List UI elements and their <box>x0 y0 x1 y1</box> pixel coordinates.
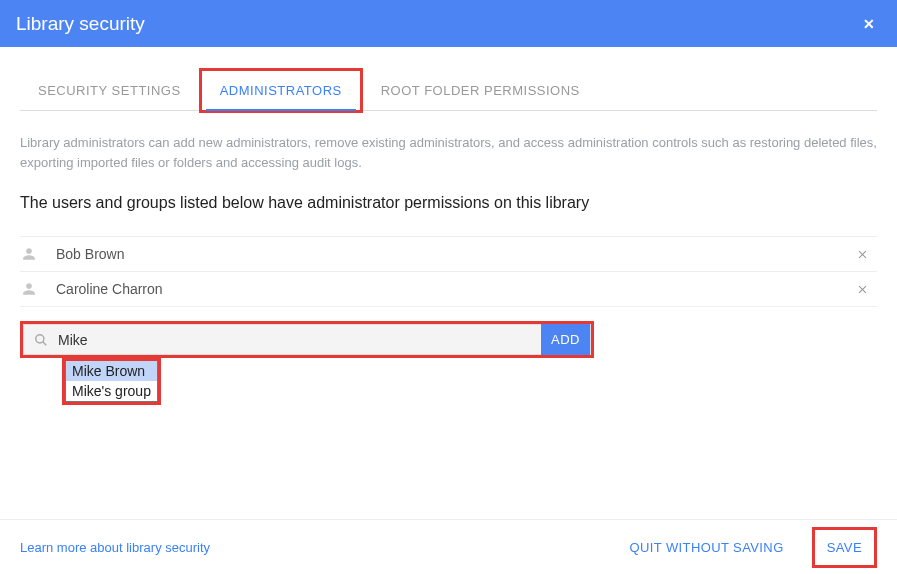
add-button[interactable]: ADD <box>541 324 590 355</box>
modal-title: Library security <box>16 13 145 35</box>
save-highlight: SAVE <box>812 527 877 568</box>
save-button[interactable]: SAVE <box>815 530 874 565</box>
admin-row: Caroline Charron <box>20 272 877 307</box>
admin-name: Caroline Charron <box>56 281 848 297</box>
admin-row: Bob Brown <box>20 237 877 272</box>
modal-content: SECURITY SETTINGS ADMINISTRATORS ROOT FO… <box>0 71 897 358</box>
autocomplete-dropdown: Mike Brown Mike's group <box>62 358 161 405</box>
svg-point-0 <box>36 334 44 342</box>
tab-bar: SECURITY SETTINGS ADMINISTRATORS ROOT FO… <box>20 71 877 111</box>
user-icon <box>22 247 36 261</box>
autocomplete-item[interactable]: Mike's group <box>66 381 157 401</box>
add-admin-row: ADD <box>23 324 591 355</box>
autocomplete-inner: Mike Brown Mike's group <box>65 361 158 402</box>
tab-security-settings[interactable]: SECURITY SETTINGS <box>20 71 199 110</box>
learn-more-link[interactable]: Learn more about library security <box>20 540 210 555</box>
admin-list: Bob Brown Caroline Charron <box>20 236 877 307</box>
close-icon[interactable]: ✕ <box>857 10 881 38</box>
modal-footer: Learn more about library security QUIT W… <box>0 519 897 574</box>
search-icon <box>34 333 48 347</box>
remove-admin-icon[interactable] <box>848 244 877 265</box>
tab-description: Library administrators can add new admin… <box>20 133 877 172</box>
user-icon <box>22 282 36 296</box>
svg-line-1 <box>43 341 47 345</box>
admin-list-heading: The users and groups listed below have a… <box>20 194 877 212</box>
quit-without-saving-button[interactable]: QUIT WITHOUT SAVING <box>625 530 787 565</box>
add-admin-section: ADD Mike Brown Mike's group <box>20 321 594 358</box>
autocomplete-item[interactable]: Mike Brown <box>66 361 157 381</box>
admin-search-input[interactable] <box>58 325 541 354</box>
admin-name: Bob Brown <box>56 246 848 262</box>
remove-admin-icon[interactable] <box>848 279 877 300</box>
tab-root-folder-permissions[interactable]: ROOT FOLDER PERMISSIONS <box>363 71 598 110</box>
add-admin-highlight: ADD <box>20 321 594 358</box>
tab-administrators[interactable]: ADMINISTRATORS <box>199 68 363 113</box>
modal-header: Library security ✕ <box>0 0 897 47</box>
